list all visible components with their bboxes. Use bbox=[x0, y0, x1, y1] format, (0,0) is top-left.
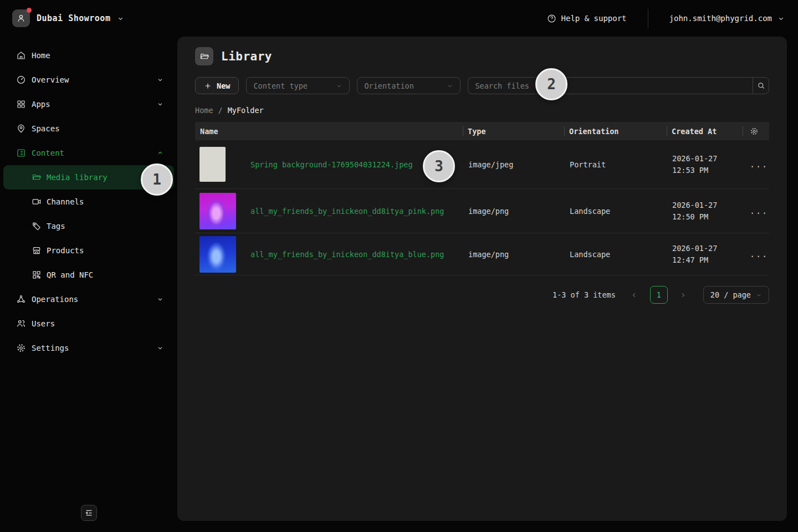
search-button[interactable] bbox=[753, 77, 769, 94]
column-header-created-at: Created At bbox=[667, 122, 743, 140]
created-time: 12:53 PM bbox=[672, 165, 743, 176]
created-date: 2026-01-27 bbox=[672, 243, 743, 254]
created-time: 12:47 PM bbox=[672, 254, 743, 266]
page-title: Library bbox=[221, 50, 272, 63]
topbar: Dubai Showroom Help & support john.smith… bbox=[0, 0, 798, 37]
chevron-down-icon bbox=[157, 101, 163, 108]
file-type: image/png bbox=[463, 207, 564, 216]
table-header-row: Name Type Orientation Created At bbox=[195, 122, 769, 140]
file-created-at: 2026-01-27 12:50 PM bbox=[667, 200, 743, 223]
sidebar-item-users[interactable]: Users bbox=[0, 311, 177, 336]
page-size-select[interactable]: 20 / page bbox=[703, 286, 769, 304]
table-row[interactable]: all_my_friends_by_inickeon_dd8itya_pink.… bbox=[195, 189, 769, 233]
content-list-icon bbox=[16, 148, 26, 158]
row-actions-button[interactable]: ... bbox=[743, 160, 769, 170]
map-pin-icon bbox=[16, 124, 26, 134]
apps-grid-icon bbox=[16, 99, 26, 109]
sidebar-item-overview[interactable]: Overview bbox=[0, 68, 177, 92]
column-header-type: Type bbox=[463, 122, 564, 140]
library-panel: Library New Content type Orientation bbox=[177, 37, 787, 521]
new-button-label: New bbox=[217, 81, 230, 90]
page-size-value: 20 / page bbox=[710, 290, 751, 299]
file-name-link[interactable]: Spring background-1769504031224.jpeg bbox=[250, 160, 413, 169]
created-date: 2026-01-27 bbox=[672, 153, 743, 165]
account-email: john.smith@phygrid.com bbox=[669, 14, 772, 23]
gear-icon bbox=[16, 343, 26, 353]
sidebar-item-qr-and-nfc[interactable]: QR and NFC bbox=[0, 263, 177, 287]
chevron-down-icon bbox=[447, 83, 453, 89]
step-badge-1: 1 bbox=[141, 163, 173, 196]
sidebar-item-label: Home bbox=[32, 51, 50, 60]
content-type-placeholder: Content type bbox=[253, 81, 308, 90]
step-badge-3: 3 bbox=[423, 150, 455, 182]
created-date: 2026-01-27 bbox=[672, 200, 743, 211]
chevron-right-icon bbox=[679, 291, 687, 299]
chevron-down-icon bbox=[157, 296, 163, 303]
search-group bbox=[468, 77, 769, 94]
qr-code-icon bbox=[32, 270, 42, 280]
workspace-switcher[interactable]: Dubai Showroom bbox=[12, 9, 124, 27]
breadcrumb-home[interactable]: Home bbox=[195, 106, 213, 115]
new-button[interactable]: New bbox=[195, 77, 239, 94]
content-type-select[interactable]: Content type bbox=[246, 77, 350, 94]
search-icon bbox=[757, 81, 765, 90]
sidebar-item-products[interactable]: Products bbox=[0, 238, 177, 263]
sidebar-item-home[interactable]: Home bbox=[0, 43, 177, 68]
library-chip bbox=[195, 47, 213, 65]
sidebar-collapse-button[interactable] bbox=[81, 505, 97, 521]
file-name-link[interactable]: all_my_friends_by_inickeon_dd8itya_pink.… bbox=[250, 207, 444, 216]
sidebar-item-label: Overview bbox=[32, 75, 69, 84]
page-number-button[interactable]: 1 bbox=[650, 286, 668, 304]
file-type: image/png bbox=[463, 250, 564, 259]
sidebar-item-content[interactable]: Content bbox=[0, 141, 177, 165]
file-orientation: Landscape bbox=[564, 250, 667, 259]
table-row[interactable]: Spring background-1769504031224.jpeg ima… bbox=[195, 140, 769, 189]
file-thumbnail[interactable] bbox=[200, 147, 236, 182]
sidebar-item-apps[interactable]: Apps bbox=[0, 92, 177, 116]
sidebar-item-spaces[interactable]: Spaces bbox=[0, 116, 177, 141]
file-name-link[interactable]: all_my_friends_by_inickeon_dd8itya_blue.… bbox=[250, 250, 444, 259]
question-circle-icon bbox=[547, 14, 556, 23]
library-toolbar: New Content type Orientation bbox=[195, 77, 769, 94]
file-name-cell: all_my_friends_by_inickeon_dd8itya_blue.… bbox=[195, 236, 463, 273]
sidebar-item-label: Products bbox=[47, 246, 84, 255]
users-icon bbox=[16, 319, 26, 329]
breadcrumb-separator: / bbox=[218, 106, 223, 115]
workspace-name: Dubai Showroom bbox=[37, 13, 110, 23]
pagination-summary: 1-3 of 3 items bbox=[553, 290, 616, 299]
person-icon bbox=[16, 13, 26, 23]
chevron-down-icon bbox=[117, 15, 124, 22]
table-row[interactable]: all_my_friends_by_inickeon_dd8itya_blue.… bbox=[195, 233, 769, 275]
menu-fold-icon bbox=[85, 509, 93, 517]
chevron-up-icon bbox=[157, 150, 163, 156]
topbar-right: Help & support john.smith@phygrid.com bbox=[547, 9, 785, 28]
file-thumbnail[interactable] bbox=[200, 236, 236, 273]
help-support-link[interactable]: Help & support bbox=[547, 14, 627, 23]
file-orientation: Portrait bbox=[564, 160, 667, 169]
video-camera-icon bbox=[32, 197, 42, 207]
gauge-icon bbox=[16, 75, 26, 85]
notification-dot bbox=[27, 8, 32, 13]
pagination: 1-3 of 3 items 1 20 / page bbox=[195, 286, 769, 304]
sidebar-item-label: Apps bbox=[32, 100, 50, 109]
orientation-select[interactable]: Orientation bbox=[357, 77, 461, 94]
chevron-left-icon bbox=[631, 291, 638, 299]
nodes-icon bbox=[16, 294, 26, 304]
search-files-input[interactable] bbox=[468, 77, 753, 94]
sidebar-item-label: Users bbox=[32, 319, 55, 328]
account-menu[interactable]: john.smith@phygrid.com bbox=[669, 14, 785, 23]
file-thumbnail[interactable] bbox=[200, 193, 236, 229]
row-actions-button[interactable]: ... bbox=[743, 206, 769, 216]
sidebar: Home Overview Apps Spaces bbox=[0, 37, 177, 532]
sidebar-item-label: Media library bbox=[47, 173, 108, 182]
chevron-down-icon bbox=[777, 15, 785, 22]
sidebar-item-label: Spaces bbox=[32, 124, 60, 133]
sidebar-item-tags[interactable]: Tags bbox=[0, 214, 177, 238]
column-settings-button[interactable] bbox=[743, 122, 769, 140]
plus-icon bbox=[204, 82, 212, 90]
previous-page-button[interactable] bbox=[629, 291, 640, 299]
row-actions-button[interactable]: ... bbox=[743, 249, 769, 259]
sidebar-item-settings[interactable]: Settings bbox=[0, 336, 177, 360]
sidebar-item-operations[interactable]: Operations bbox=[0, 287, 177, 311]
next-page-button[interactable] bbox=[678, 291, 689, 299]
